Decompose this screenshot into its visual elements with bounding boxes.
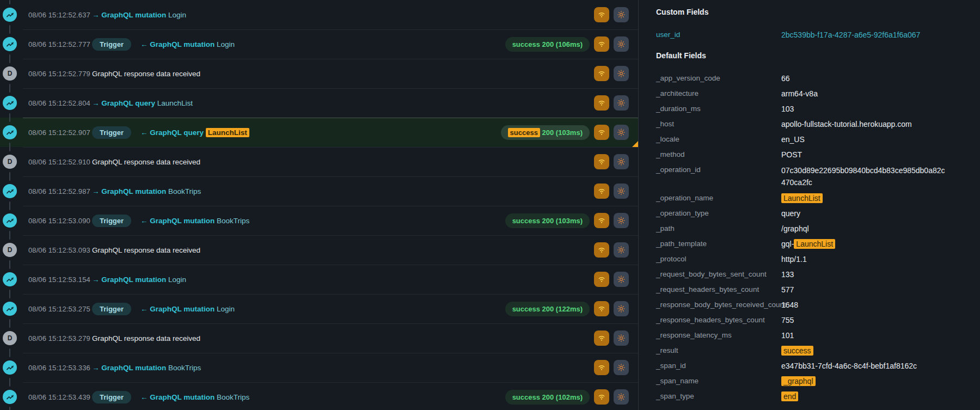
field-key: _response_body_bytes_received_count	[656, 299, 781, 310]
debug-d-icon: D	[8, 246, 13, 254]
field-value: apollo-fullstack-tutorial.herokuapp.com	[781, 119, 912, 130]
network-request-button[interactable]	[594, 7, 609, 22]
sun-icon	[617, 275, 626, 284]
field-value: end	[781, 391, 798, 402]
wifi-icon	[597, 275, 606, 284]
network-request-button[interactable]	[594, 389, 609, 405]
field-value: POST	[781, 149, 802, 160]
event-type-icon	[3, 96, 17, 110]
network-request-button[interactable]	[594, 360, 609, 375]
event-type-icon	[3, 8, 17, 22]
default-fields-heading: Default Fields	[656, 50, 980, 61]
flare-settings-button[interactable]	[614, 154, 629, 169]
sun-icon	[617, 393, 626, 401]
sun-icon	[617, 246, 626, 254]
event-label: ← GraphQL query LaunchList	[140, 128, 249, 137]
wifi-icon	[597, 304, 606, 313]
network-request-button[interactable]	[594, 242, 609, 258]
network-request-button[interactable]	[594, 125, 609, 140]
timeline-row[interactable]: 08/06 15:12:53.439 Trigger ← GraphQL mut…	[0, 382, 638, 410]
field-row: _request_body_bytes_sent_count 133	[656, 269, 980, 280]
network-request-button[interactable]	[594, 272, 609, 287]
event-type-icon: D	[3, 155, 17, 169]
timeline-row[interactable]: 08/06 15:12:52.987 → GraphQL mutation Bo…	[0, 176, 638, 206]
highlighted-term: success	[508, 128, 540, 137]
field-value: 66	[781, 73, 790, 84]
timeline-row[interactable]: D 08/06 15:12:53.093 GraphQL response da…	[0, 235, 638, 265]
event-timestamp: 08/06 15:12:52.777	[28, 40, 92, 48]
event-timestamp: 08/06 15:12:52.907	[28, 128, 92, 137]
sun-icon	[617, 99, 626, 107]
network-request-button[interactable]	[594, 36, 609, 52]
wifi-icon	[597, 157, 606, 166]
flare-settings-button[interactable]	[614, 66, 629, 81]
field-value: gql-LaunchList	[781, 238, 835, 249]
timeline-row[interactable]: D 08/06 15:12:52.779 GraphQL response da…	[0, 59, 638, 88]
trigger-badge: Trigger	[92, 303, 131, 315]
network-request-button[interactable]	[594, 301, 609, 316]
event-label: GraphQL response data received	[92, 246, 200, 254]
timeline-row[interactable]: D 08/06 15:12:53.279 GraphQL response da…	[0, 323, 638, 353]
field-key: _span_id	[656, 360, 781, 371]
timeline-row[interactable]: 08/06 15:12:53.154 → GraphQL mutation Lo…	[0, 265, 638, 294]
sun-icon	[617, 363, 626, 372]
event-label: ← GraphQL mutation Login	[140, 305, 235, 313]
timeline-row[interactable]: 08/06 15:12:53.275 Trigger ← GraphQL mut…	[0, 294, 638, 323]
timeline-row[interactable]: 08/06 15:12:52.777 Trigger ← GraphQL mut…	[0, 29, 638, 59]
field-value: 133	[781, 269, 794, 280]
debug-d-icon: D	[8, 334, 13, 342]
network-request-button[interactable]	[594, 183, 609, 199]
timeline-row[interactable]: 08/06 15:12:53.336 → GraphQL mutation Bo…	[0, 353, 638, 382]
flare-settings-button[interactable]	[614, 95, 629, 111]
event-timestamp: 08/06 15:12:52.910	[28, 158, 92, 166]
flare-settings-button[interactable]	[614, 242, 629, 258]
flare-settings-button[interactable]	[614, 272, 629, 287]
selected-corner-marker	[632, 141, 638, 147]
flare-settings-button[interactable]	[614, 7, 629, 22]
wifi-icon	[597, 187, 606, 195]
trigger-badge: Trigger	[92, 391, 131, 403]
event-label: → GraphQL mutation BookTrips	[92, 364, 201, 372]
event-label: GraphQL response data received	[92, 158, 200, 166]
flare-settings-button[interactable]	[614, 360, 629, 375]
flare-settings-button[interactable]	[614, 331, 629, 346]
timeline-row[interactable]: D 08/06 15:12:52.910 GraphQL response da…	[0, 147, 638, 176]
trigger-badge: Trigger	[92, 215, 131, 227]
field-value: http/1.1	[781, 254, 807, 265]
flare-settings-button[interactable]	[614, 389, 629, 405]
network-request-button[interactable]	[594, 213, 609, 228]
field-row: _span_name _graphql	[656, 376, 980, 387]
field-row: _span_id e347bb31-7cfd-4a6c-8c4f-bebf1af…	[656, 360, 980, 371]
event-type-icon	[3, 302, 17, 316]
timeline-row[interactable]: 08/06 15:12:53.090 Trigger ← GraphQL mut…	[0, 206, 638, 235]
event-label: → GraphQL mutation Login	[92, 11, 186, 19]
timeline-row[interactable]: 08/06 15:12:52.637 → GraphQL mutation Lo…	[0, 0, 638, 29]
network-request-button[interactable]	[594, 95, 609, 111]
event-type-icon: D	[3, 243, 17, 257]
flare-settings-button[interactable]	[614, 36, 629, 52]
flare-settings-button[interactable]	[614, 125, 629, 140]
field-row: user_id 2bc539bb-f17a-4287-a6e5-92f6a1f6…	[656, 29, 980, 40]
field-key: _locale	[656, 134, 781, 145]
timeline-row[interactable]: 08/06 15:12:52.804 → GraphQL query Launc…	[0, 88, 638, 118]
field-key: _host	[656, 119, 781, 130]
field-value: 101	[781, 330, 794, 341]
event-type-icon	[3, 184, 17, 198]
flare-settings-button[interactable]	[614, 301, 629, 316]
trend-up-icon	[6, 217, 14, 225]
debug-d-icon: D	[8, 158, 13, 166]
wifi-icon	[597, 10, 606, 19]
timeline-row[interactable]: 08/06 15:12:52.907 Trigger ← GraphQL que…	[0, 118, 638, 147]
network-request-button[interactable]	[594, 66, 609, 81]
trend-up-icon	[6, 305, 14, 313]
network-request-button[interactable]	[594, 331, 609, 346]
event-timestamp: 08/06 15:12:53.093	[28, 246, 92, 254]
field-key: user_id	[656, 29, 781, 40]
flare-settings-button[interactable]	[614, 213, 629, 228]
flare-settings-button[interactable]	[614, 183, 629, 199]
event-type-icon	[3, 37, 17, 51]
network-request-button[interactable]	[594, 154, 609, 169]
field-value: _graphql	[781, 376, 816, 387]
field-value[interactable]: 2bc539bb-f17a-4287-a6e5-92f6a1f6a067	[781, 29, 920, 40]
custom-fields-list: user_id 2bc539bb-f17a-4287-a6e5-92f6a1f6…	[656, 29, 980, 40]
